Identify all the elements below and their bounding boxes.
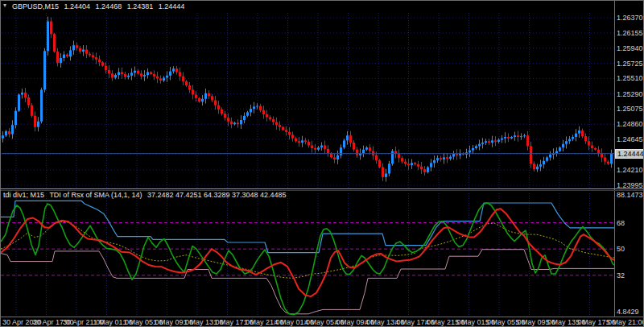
price-chart-area[interactable] — [1, 1, 614, 188]
indicator-chart-area[interactable] — [1, 191, 614, 317]
time-axis[interactable]: 30 Apr 202030 Apr 17:0030 Apr 21:001 May… — [1, 317, 644, 327]
symbol-timeframe-label: GBPUSD,M15 — [12, 2, 59, 10]
price-axis-label: 1.25075 — [617, 105, 643, 113]
price-axis-label: 1.25940 — [617, 44, 643, 52]
ohlc-close: 1.24444 — [159, 2, 185, 10]
price-axis-label: 1.25510 — [617, 74, 643, 82]
indicator-values-label: 37.2482 47.4251 64.3289 37.3048 42.4485 — [147, 191, 287, 199]
indicator-axis-label: 32 — [617, 271, 625, 279]
indicator-axis-min-label: 4.8429 — [617, 308, 639, 316]
current-price-box: 1.24444 — [615, 149, 644, 159]
panel-splitter[interactable] — [1, 188, 644, 189]
price-axis-label: 1.25290 — [617, 90, 643, 98]
price-axis-label: 1.24210 — [617, 166, 643, 174]
price-axis-label: 1.24645 — [617, 135, 643, 143]
indicator-title: tdi div1; M15 TDI of Rsx of SMA (14,1, 1… — [3, 191, 290, 199]
price-axis-label: 1.26155 — [617, 29, 643, 37]
price-axis-label: 1.25725 — [617, 60, 643, 68]
price-axis-label: 1.24860 — [617, 120, 643, 128]
indicator-axis[interactable] — [615, 191, 644, 317]
time-axis-label: 5 May 21:00 — [606, 318, 644, 326]
price-axis-label: 1.23995 — [617, 181, 643, 189]
indicator-axis-label: 50 — [617, 245, 625, 253]
chart-window: ▾ GBPUSD,M15 1.24404 1.24468 1.24381 1.2… — [0, 0, 644, 327]
price-axis-label: 1.26370 — [617, 14, 643, 22]
chart-collapse-arrow-icon[interactable]: ▾ — [3, 2, 6, 9]
indicator-name-label: tdi div1; M15 — [3, 191, 44, 199]
indicator-formula-label: TDI of Rsx of SMA (14,1, 14) — [49, 191, 142, 199]
ohlc-low: 1.24381 — [127, 2, 154, 10]
main-chart-title: GBPUSD,M15 1.24404 1.24468 1.24381 1.244… — [12, 2, 188, 10]
indicator-axis-max-label: 88.1473 — [617, 191, 643, 199]
indicator-axis-label: 68 — [617, 219, 625, 227]
ohlc-high: 1.24468 — [96, 2, 122, 10]
ohlc-open: 1.24404 — [64, 2, 91, 10]
